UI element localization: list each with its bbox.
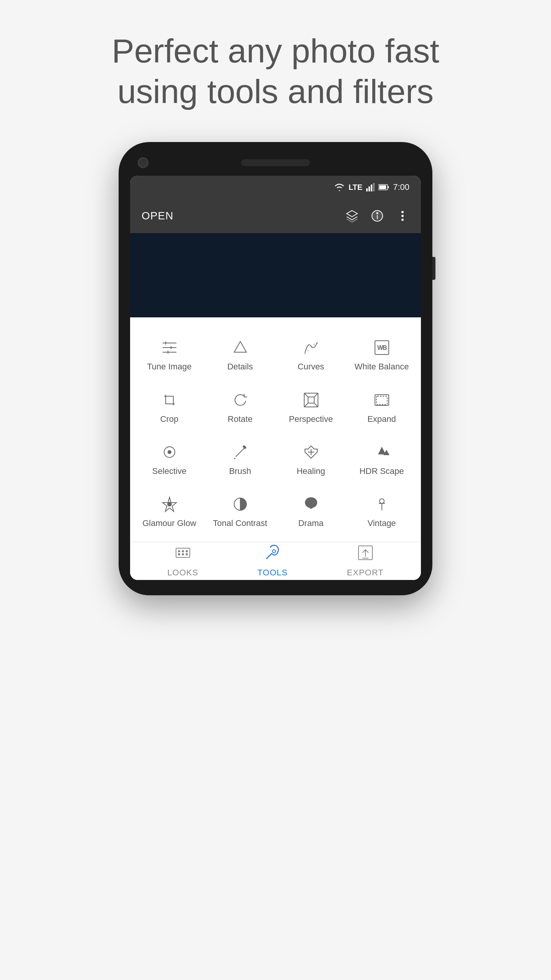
svg-point-38	[168, 451, 171, 454]
status-icons: LTE 7:00	[334, 182, 409, 192]
tool-drama[interactable]: Drama	[276, 485, 346, 537]
rotate-label: Rotate	[228, 414, 253, 424]
svg-rect-34	[308, 397, 314, 403]
tool-rotate[interactable]: Rotate	[205, 381, 276, 433]
glamour-glow-label: Glamour Glow	[142, 518, 196, 528]
export-label: EXPORT	[347, 568, 384, 578]
svg-rect-54	[176, 548, 190, 557]
tool-curves[interactable]: Curves	[276, 329, 346, 381]
details-icon	[231, 338, 249, 357]
curves-icon	[302, 338, 320, 357]
glamour-glow-icon	[160, 495, 179, 514]
vintage-icon	[373, 495, 391, 514]
vintage-label: Vintage	[367, 518, 396, 528]
svg-line-32	[304, 403, 308, 407]
svg-line-30	[304, 393, 308, 397]
tool-details[interactable]: Details	[205, 329, 276, 381]
tool-tonal-contrast[interactable]: Tonal Contrast	[205, 485, 276, 537]
open-button[interactable]: OPEN	[142, 210, 173, 222]
tool-tune-image[interactable]: Tune Image	[134, 329, 205, 381]
tool-selective[interactable]: Selective	[134, 433, 205, 485]
perspective-label: Perspective	[289, 414, 333, 424]
selective-icon	[160, 443, 179, 462]
nav-tools[interactable]: TOOLS	[258, 544, 288, 578]
tools-label: TOOLS	[258, 568, 288, 578]
expand-label: Expand	[367, 414, 396, 424]
svg-rect-3	[373, 183, 375, 191]
phone-camera	[138, 157, 148, 168]
svg-marker-7	[347, 211, 357, 217]
rotate-icon	[231, 390, 249, 410]
tools-grid: Tune Image Details	[134, 329, 417, 538]
nav-looks[interactable]: LOOKS	[167, 544, 198, 578]
svg-point-61	[272, 550, 276, 553]
svg-point-59	[186, 550, 188, 552]
info-icon[interactable]	[370, 209, 384, 223]
headline-line2: using tools and filters	[117, 72, 434, 110]
crop-label: Crop	[160, 414, 179, 424]
phone-side-button	[432, 257, 435, 280]
phone-frame: LTE 7:00 OPEN	[119, 142, 432, 595]
layers-icon[interactable]	[345, 209, 359, 223]
svg-point-11	[401, 211, 404, 213]
tool-hdr-scape[interactable]: HDR Scape	[346, 433, 417, 485]
svg-rect-40	[242, 445, 246, 449]
phone-screen: LTE 7:00 OPEN	[130, 176, 421, 580]
tool-brush[interactable]: Brush	[205, 433, 276, 485]
healing-icon	[302, 443, 320, 462]
headline-line1: Perfect any photo fast	[112, 32, 439, 70]
tool-perspective[interactable]: Perspective	[276, 381, 346, 433]
svg-rect-6	[379, 185, 386, 189]
tonal-contrast-label: Tonal Contrast	[213, 518, 267, 528]
phone-speaker	[241, 159, 310, 166]
svg-point-57	[182, 550, 184, 552]
tool-white-balance[interactable]: W B White Balance	[346, 329, 417, 381]
lte-indicator: LTE	[349, 183, 362, 192]
crop-icon	[160, 390, 179, 410]
tune-image-label: Tune Image	[147, 362, 192, 372]
looks-label: LOOKS	[167, 568, 198, 578]
svg-point-60	[186, 553, 188, 555]
curves-label: Curves	[298, 362, 324, 372]
nav-export[interactable]: EXPORT	[347, 544, 384, 578]
more-options-icon[interactable]	[396, 209, 409, 223]
drama-label: Drama	[298, 518, 323, 528]
white-balance-icon: W B	[373, 338, 391, 357]
svg-point-10	[377, 213, 378, 214]
svg-line-31	[314, 393, 318, 397]
svg-text:B: B	[383, 345, 387, 351]
hdr-scape-label: HDR Scape	[359, 466, 404, 476]
brush-icon	[231, 443, 249, 462]
tool-crop[interactable]: Crop	[134, 381, 205, 433]
svg-point-56	[178, 553, 180, 555]
expand-icon	[373, 390, 391, 410]
svg-point-12	[401, 215, 404, 217]
svg-point-47	[167, 502, 172, 506]
app-bar-actions	[345, 209, 409, 223]
healing-label: Healing	[297, 466, 325, 476]
svg-rect-1	[368, 186, 370, 191]
tool-healing[interactable]: Healing	[276, 433, 346, 485]
svg-line-33	[314, 403, 318, 407]
tool-glamour-glow[interactable]: Glamour Glow	[134, 485, 205, 537]
tool-expand[interactable]: Expand	[346, 381, 417, 433]
svg-line-39	[236, 448, 245, 457]
photo-preview	[130, 233, 421, 317]
export-icon	[357, 544, 374, 565]
svg-marker-20	[234, 341, 246, 352]
perspective-icon	[302, 390, 320, 410]
bottom-nav: LOOKS TOOLS	[130, 542, 421, 580]
status-bar: LTE 7:00	[130, 176, 421, 199]
details-label: Details	[227, 362, 253, 372]
tool-vintage[interactable]: Vintage	[346, 485, 417, 537]
headline: Perfect any photo fast using tools and f…	[73, 31, 478, 111]
tools-icon	[264, 544, 281, 565]
tonal-contrast-icon	[231, 495, 249, 514]
svg-point-13	[401, 219, 404, 221]
svg-rect-35	[377, 396, 387, 405]
signal-icon	[366, 183, 375, 191]
svg-rect-0	[366, 188, 368, 191]
svg-point-55	[178, 550, 180, 552]
svg-point-51	[380, 499, 384, 503]
hdr-scape-icon	[373, 443, 391, 462]
